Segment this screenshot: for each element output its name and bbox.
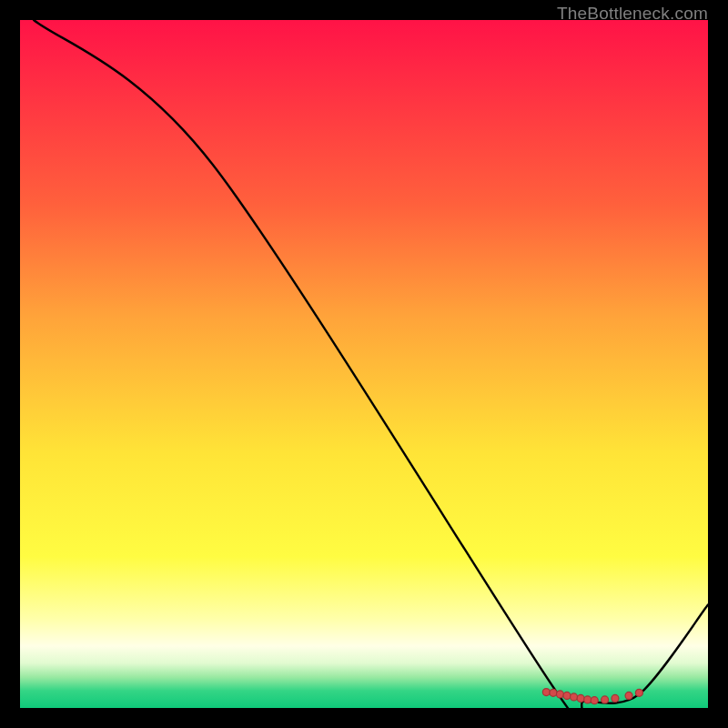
data-point	[571, 693, 578, 701]
data-point	[612, 694, 619, 702]
data-point	[635, 689, 642, 696]
data-point	[563, 692, 571, 699]
data-point	[625, 692, 632, 699]
plot-area	[20, 20, 708, 708]
data-point	[550, 689, 557, 696]
data-point	[602, 696, 609, 703]
data-point	[542, 689, 550, 696]
chart-svg	[20, 20, 708, 708]
chart-stage: TheBottleneck.com	[0, 0, 728, 728]
data-point	[577, 694, 584, 702]
gradient-background	[20, 20, 708, 708]
data-point	[591, 697, 598, 704]
data-point	[556, 691, 563, 698]
data-point	[584, 696, 592, 703]
